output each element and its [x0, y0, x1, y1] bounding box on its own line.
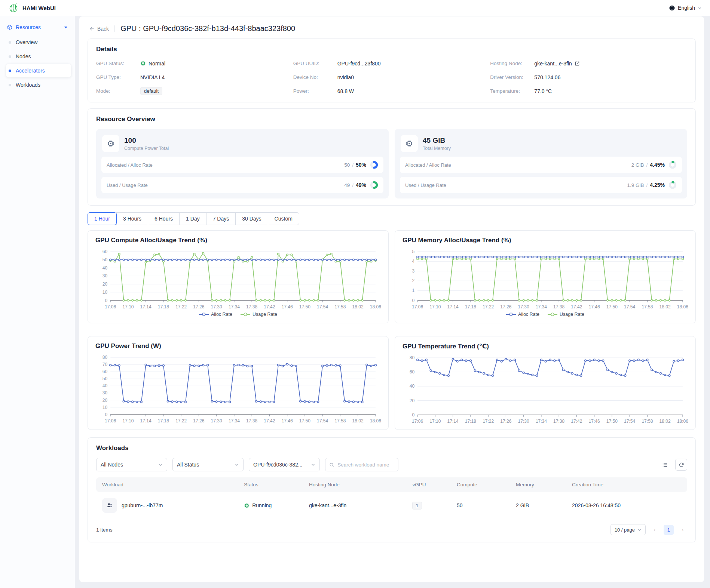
- legend-item-alloc-rate[interactable]: Alloc Rate: [199, 312, 232, 317]
- detail-field-gpu-uuid: GPU UUID:GPU-f9cd...23f800: [293, 59, 490, 68]
- svg-text:17:30: 17:30: [211, 304, 222, 310]
- field-label: GPU UUID:: [293, 61, 337, 66]
- svg-text:18:02: 18:02: [352, 418, 364, 423]
- svg-text:2: 2: [412, 278, 414, 283]
- svg-text:17:46: 17:46: [589, 304, 600, 310]
- next-page-button[interactable]: ›: [678, 527, 687, 533]
- svg-text:3: 3: [412, 268, 414, 274]
- svg-text:0: 0: [412, 298, 414, 303]
- column-settings-button[interactable]: [659, 459, 671, 471]
- refresh-button[interactable]: [675, 459, 687, 471]
- sidebar-item-accelerators[interactable]: Accelerators: [6, 64, 71, 77]
- rate-percent: 50%: [356, 162, 366, 168]
- time-range-tab-3-hours[interactable]: 3 Hours: [116, 212, 148, 225]
- svg-text:17:26: 17:26: [193, 304, 204, 310]
- svg-text:5: 5: [412, 249, 414, 254]
- table-header-workload: Workload: [96, 477, 238, 492]
- status-filter-select[interactable]: All Status: [172, 458, 244, 471]
- time-range-tab-7-days[interactable]: 7 Days: [206, 212, 236, 225]
- tree-dot-icon: [9, 41, 11, 44]
- resource-icon-box: [401, 135, 418, 152]
- svg-text:17:34: 17:34: [229, 418, 240, 423]
- svg-text:60: 60: [102, 369, 108, 374]
- legend-item-alloc-rate[interactable]: Alloc Rate: [506, 312, 539, 317]
- svg-text:17:34: 17:34: [536, 304, 547, 310]
- detail-field-hosting-node: Hosting Node:gke-kant...e-3fln: [490, 59, 687, 68]
- resource-summary: 100Compute Power Total: [102, 135, 383, 152]
- legend-label: Alloc Rate: [518, 312, 539, 317]
- rate-value: 1.9 GiB: [627, 182, 644, 188]
- svg-text:18:02: 18:02: [659, 304, 671, 310]
- svg-text:0: 0: [105, 412, 107, 417]
- legend-item-usage-rate[interactable]: Usage Rate: [548, 312, 584, 317]
- rate-label: Allocated / Alloc Rate: [405, 162, 451, 168]
- time-range-tab-custom[interactable]: Custom: [268, 212, 299, 225]
- detail-field-device-no: Device No:nvidia0: [293, 73, 490, 81]
- svg-text:17:38: 17:38: [246, 304, 257, 310]
- current-page[interactable]: 1: [664, 525, 674, 535]
- table-header-hosting-node: Hosting Node: [303, 477, 407, 492]
- svg-text:18:02: 18:02: [659, 418, 671, 424]
- gpu-filter-select[interactable]: GPU-f9cd036c-382...: [249, 458, 320, 471]
- time-range-tab-6-hours[interactable]: 6 Hours: [148, 212, 180, 225]
- page-size-select[interactable]: 10 / page: [610, 524, 646, 535]
- chevron-down-icon: [637, 528, 642, 532]
- svg-text:0: 0: [412, 412, 414, 417]
- time-range-tab-30-days[interactable]: 30 Days: [235, 212, 268, 225]
- svg-text:17:54: 17:54: [317, 418, 328, 423]
- legend-item-usage-rate[interactable]: Usage Rate: [241, 312, 277, 317]
- prev-page-button[interactable]: ‹: [650, 527, 659, 533]
- field-value: NVIDIA L4: [140, 74, 165, 80]
- sidebar-section-resources[interactable]: Resources: [4, 20, 71, 35]
- svg-text:17:54: 17:54: [624, 418, 635, 424]
- svg-text:17:30: 17:30: [518, 304, 529, 310]
- workload-compute: 50: [451, 492, 510, 519]
- resources-cube-icon: [7, 24, 13, 30]
- legend-label: Usage Rate: [560, 312, 584, 317]
- globe-icon: [669, 5, 675, 11]
- time-range-tab-1-hour[interactable]: 1 Hour: [88, 212, 117, 225]
- svg-text:18:06: 18:06: [370, 418, 381, 423]
- sidebar: Resources OverviewNodesAcceleratorsWorkl…: [0, 16, 75, 588]
- workload-search-input[interactable]: [337, 462, 394, 468]
- node-filter-select[interactable]: All Nodes: [96, 458, 167, 471]
- chart-title: GPU Power Trend (W): [95, 342, 381, 350]
- workload-creation-time: 2026-03-26 16:48:50: [566, 492, 687, 519]
- sidebar-item-overview[interactable]: Overview: [6, 36, 71, 49]
- sidebar-item-nodes[interactable]: Nodes: [6, 50, 71, 63]
- page-title: GPU : GPU-f9cd036c-382f-b13d-443f-8baac3…: [120, 24, 295, 33]
- svg-text:17:58: 17:58: [642, 304, 653, 310]
- language-label: English: [678, 5, 695, 11]
- chart-legend: Alloc RateUsage Rate: [95, 311, 381, 318]
- sidebar-item-workloads[interactable]: Workloads: [6, 78, 71, 92]
- pagination: 10 / page ‹ 1 ›: [610, 524, 687, 535]
- svg-text:17:14: 17:14: [447, 418, 459, 424]
- svg-text:17:30: 17:30: [518, 418, 529, 424]
- details-grid: GPU Status:NormalGPU Type:NVIDIA L4Mode:…: [96, 59, 687, 95]
- resource-total-label: Total Memory: [423, 146, 451, 151]
- page-size-value: 10 / page: [615, 527, 635, 533]
- svg-text:17:06: 17:06: [412, 304, 423, 310]
- svg-text:80: 80: [410, 355, 415, 360]
- workload-avatar: [102, 498, 117, 513]
- svg-text:17:10: 17:10: [122, 418, 134, 423]
- chart-card-gpu-memory-alloc-usage-trend: GPU Memory Alloc/Usage Trend (%)01234517…: [395, 230, 696, 323]
- workload-name[interactable]: gpuburn-...-lb77m: [122, 502, 163, 508]
- table-header-status: Status: [238, 477, 303, 492]
- sidebar-item-label: Accelerators: [16, 68, 45, 74]
- resource-panel-compute-power-total: 100Compute Power TotalAllocated / Alloc …: [96, 129, 389, 198]
- rate-percent: 49%: [356, 182, 366, 188]
- field-label: Mode:: [96, 88, 140, 94]
- chevron-down-icon: [698, 6, 702, 10]
- back-button[interactable]: Back: [89, 26, 109, 32]
- workload-row[interactable]: gpuburn-...-lb77mRunninggke-kant...e-3fl…: [96, 492, 687, 519]
- legend-marker-icon: [241, 313, 250, 316]
- svg-text:17:10: 17:10: [122, 304, 134, 310]
- field-value: nvidia0: [337, 74, 354, 80]
- svg-text:17:54: 17:54: [317, 304, 328, 310]
- language-selector[interactable]: English: [669, 5, 702, 11]
- external-link-icon[interactable]: [575, 61, 580, 66]
- time-range-tab-1-day[interactable]: 1 Day: [179, 212, 206, 225]
- gpu-filter-value: GPU-f9cd036c-382...: [253, 462, 303, 468]
- resource-overview-grid: 100Compute Power TotalAllocated / Alloc …: [96, 129, 687, 198]
